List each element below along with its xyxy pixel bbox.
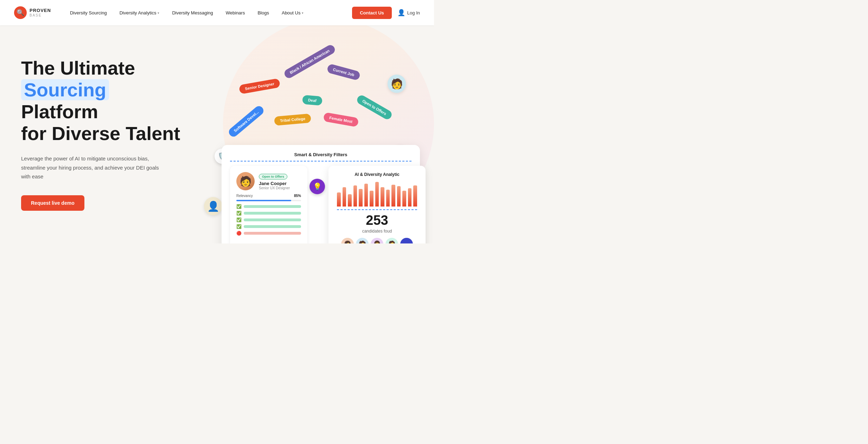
candidate-badge: Open to Offers xyxy=(259,174,287,179)
bar xyxy=(353,185,357,207)
hero-section: The Ultimate Sourcing Platform for Diver… xyxy=(0,25,434,243)
tag-deaf: Deaf xyxy=(302,95,323,106)
nav-item-about-us[interactable]: About Us ▾ xyxy=(275,10,310,15)
filters-dashed-line xyxy=(230,161,411,161)
nav-right: Contact Us 👤 Log In xyxy=(352,7,420,19)
bar xyxy=(348,194,352,207)
skill-row-2: ✅ xyxy=(236,211,301,216)
cand-avatar-sm-4: 🧔 xyxy=(385,238,398,243)
relevancy-bar-wrap xyxy=(236,200,301,201)
relevancy-bar-fill xyxy=(236,200,291,201)
hero-subtitle: Leverage the power of AI to mitigate unc… xyxy=(21,154,169,181)
candidates-row: 👩 🧑 👩‍🦱 🧔 ··· xyxy=(337,238,417,243)
relevancy-row: Relevancy 85% xyxy=(236,194,301,198)
cand-more-icon: ··· xyxy=(400,238,413,243)
cand-avatar-sm-2: 🧑 xyxy=(356,238,369,243)
nav-item-diversity-sourcing[interactable]: Diversity Sourcing xyxy=(64,10,113,15)
contact-button[interactable]: Contact Us xyxy=(352,7,392,19)
bar xyxy=(402,191,406,207)
nav-links: Diversity Sourcing Diversity Analytics ▾… xyxy=(64,10,352,15)
skill-row-4: ✅ xyxy=(236,224,301,229)
candidate-header: 🧑 Open to Offers Jane Cooper Senior UX D… xyxy=(236,172,301,190)
skill-bar-5 xyxy=(244,232,301,235)
analytics-dashed-line xyxy=(337,209,417,210)
bar xyxy=(337,192,341,207)
candidate-name: Jane Cooper xyxy=(259,181,301,186)
hero-title: The Ultimate Sourcing Platform for Diver… xyxy=(21,57,190,144)
skill-bar-3 xyxy=(244,218,301,221)
bar-chart xyxy=(337,182,417,207)
logo-icon: 🔍 xyxy=(14,6,27,19)
check-icon-1: ✅ xyxy=(236,204,242,209)
logo-secondary: BASE xyxy=(30,13,51,17)
avatar-top-right: 🧑 xyxy=(388,75,406,93)
bar xyxy=(359,189,363,207)
check-icon-3: ✅ xyxy=(236,217,242,222)
analytics-count: 253 xyxy=(337,213,417,228)
skill-bar-1 xyxy=(244,205,301,208)
hero-title-highlight: Sourcing xyxy=(21,79,109,100)
bar xyxy=(386,190,390,207)
bar xyxy=(397,186,401,207)
nav-item-blogs[interactable]: Blogs xyxy=(251,10,275,15)
hero-title-line1: The Ultimate xyxy=(21,57,135,78)
candidate-avatar: 🧑 xyxy=(236,172,255,190)
skill-bar-2 xyxy=(244,212,301,215)
check-icon-4: ✅ xyxy=(236,224,242,229)
cand-avatar-sm-1: 👩 xyxy=(341,238,354,243)
skill-row-1: ✅ xyxy=(236,204,301,209)
person-icon: 👤 xyxy=(397,9,405,17)
skill-row-3: ✅ xyxy=(236,217,301,222)
candidate-card: 🧑 Open to Offers Jane Cooper Senior UX D… xyxy=(230,166,307,243)
bar xyxy=(370,191,374,207)
minus-icon: 🔴 xyxy=(236,231,242,236)
filters-box: Smart & Diversity Filters 🧑 Open to Offe… xyxy=(222,145,420,243)
cand-avatar-sm-3: 👩‍🦱 xyxy=(371,238,383,243)
skill-row-5: 🔴 xyxy=(236,231,301,236)
bar xyxy=(391,185,395,207)
check-icon-2: ✅ xyxy=(236,211,242,216)
analytics-found: candidates foud xyxy=(337,229,417,234)
relevancy-label: Relevancy xyxy=(236,194,253,198)
chevron-down-icon-2: ▾ xyxy=(302,11,304,15)
demo-button[interactable]: Request live demo xyxy=(21,195,84,211)
chevron-down-icon: ▾ xyxy=(158,11,159,15)
bar xyxy=(413,185,417,207)
nav-item-diversity-analytics[interactable]: Diversity Analytics ▾ xyxy=(113,10,166,15)
bar xyxy=(375,182,379,207)
candidate-info: Open to Offers Jane Cooper Senior UX Des… xyxy=(259,173,301,190)
hero-title-line3: for Diverse Talent xyxy=(21,123,180,144)
analytics-label: AI & Diversity Analytic xyxy=(337,172,417,177)
login-button[interactable]: 👤 Log In xyxy=(397,9,420,17)
bar xyxy=(343,187,346,207)
skill-bar-4 xyxy=(244,225,301,228)
candidate-job-title: Senior UX Designer xyxy=(259,186,301,190)
navbar: 🔍 PROVEN BASE Diversity Sourcing Diversi… xyxy=(0,0,434,25)
bulb-icon: 💡 xyxy=(309,179,325,194)
hero-text: The Ultimate Sourcing Platform for Diver… xyxy=(21,46,190,211)
avatar-bot-left: 👤 xyxy=(204,197,222,215)
analytics-box: AI & Diversity Analytic 253 candidates f… xyxy=(328,166,426,243)
logo[interactable]: 🔍 PROVEN BASE xyxy=(14,6,51,19)
nav-item-webinars[interactable]: Webinars xyxy=(219,10,251,15)
nav-item-diversity-messaging[interactable]: Diversity Messaging xyxy=(166,10,219,15)
relevancy-pct: 85% xyxy=(294,194,301,198)
bar xyxy=(408,188,412,207)
bar xyxy=(364,184,368,207)
logo-primary: PROVEN xyxy=(30,8,51,13)
hero-illustration: Black / African American Senior Designer… xyxy=(204,46,413,243)
filters-label: Smart & Diversity Filters xyxy=(230,152,411,157)
bar xyxy=(381,187,384,207)
